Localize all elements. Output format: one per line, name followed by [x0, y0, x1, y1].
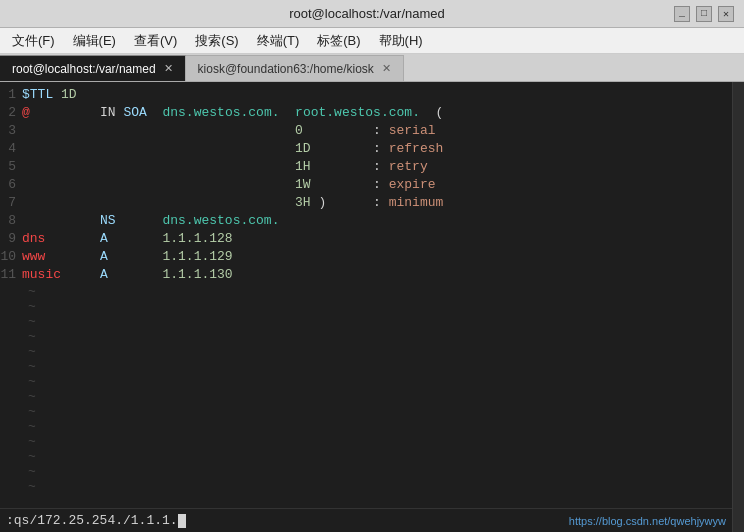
table-row: 3 0 : serial [0, 122, 732, 140]
menu-search[interactable]: 搜索(S) [187, 30, 246, 52]
tab-kiosk-label: kiosk@foundation63:/home/kiosk [198, 62, 374, 76]
tilde-line: ~ [0, 404, 732, 419]
scrollbar-vertical[interactable] [732, 82, 744, 532]
window-controls: _ □ ✕ [674, 6, 734, 22]
tab-bar: root@localhost:/var/named ✕ kiosk@founda… [0, 54, 744, 82]
menu-edit[interactable]: 编辑(E) [65, 30, 124, 52]
editor-content: 1 $TTL 1D 2 @ IN SOA dns.westos.com. roo… [0, 82, 732, 508]
tilde-line: ~ [0, 314, 732, 329]
table-row: 11 music A 1.1.1.130 [0, 266, 732, 284]
window-title: root@localhost:/var/named [60, 6, 674, 21]
tab-kiosk[interactable]: kiosk@foundation63:/home/kiosk ✕ [186, 55, 404, 81]
menu-terminal[interactable]: 终端(T) [249, 30, 308, 52]
tilde-line: ~ [0, 419, 732, 434]
maximize-button[interactable]: □ [696, 6, 712, 22]
vim-command: :qs/172.25.254./1.1.1. [6, 513, 186, 528]
status-bar: :qs/172.25.254./1.1.1. https://blog.csdn… [0, 508, 732, 532]
menu-bar: 文件(F) 编辑(E) 查看(V) 搜索(S) 终端(T) 标签(B) 帮助(H… [0, 28, 744, 54]
title-bar: root@localhost:/var/named _ □ ✕ [0, 0, 744, 28]
table-row: 1 $TTL 1D [0, 86, 732, 104]
tilde-line: ~ [0, 344, 732, 359]
table-row: 10 www A 1.1.1.129 [0, 248, 732, 266]
menu-help[interactable]: 帮助(H) [371, 30, 431, 52]
main-layout: 1 $TTL 1D 2 @ IN SOA dns.westos.com. roo… [0, 82, 744, 532]
tab-named-label: root@localhost:/var/named [12, 62, 156, 76]
menu-view[interactable]: 查看(V) [126, 30, 185, 52]
close-button[interactable]: ✕ [718, 6, 734, 22]
tab-named-close[interactable]: ✕ [164, 62, 173, 75]
tilde-line: ~ [0, 464, 732, 479]
tilde-line: ~ [0, 299, 732, 314]
tilde-line: ~ [0, 374, 732, 389]
menu-file[interactable]: 文件(F) [4, 30, 63, 52]
tab-named[interactable]: root@localhost:/var/named ✕ [0, 55, 186, 81]
tilde-line: ~ [0, 359, 732, 374]
tilde-line: ~ [0, 329, 732, 344]
tab-kiosk-close[interactable]: ✕ [382, 62, 391, 75]
table-row: 2 @ IN SOA dns.westos.com. root.westos.c… [0, 104, 732, 122]
table-row: 7 3H ) : minimum [0, 194, 732, 212]
table-row: 5 1H : retry [0, 158, 732, 176]
table-row: 9 dns A 1.1.1.128 [0, 230, 732, 248]
menu-tags[interactable]: 标签(B) [309, 30, 368, 52]
table-row: 4 1D : refresh [0, 140, 732, 158]
tilde-line: ~ [0, 389, 732, 404]
tilde-line: ~ [0, 434, 732, 449]
table-row: 8 NS dns.westos.com. [0, 212, 732, 230]
tilde-line: ~ [0, 449, 732, 464]
editor[interactable]: 1 $TTL 1D 2 @ IN SOA dns.westos.com. roo… [0, 82, 732, 532]
minimize-button[interactable]: _ [674, 6, 690, 22]
cursor [178, 514, 186, 528]
tilde-line: ~ [0, 479, 732, 494]
tilde-line: ~ [0, 284, 732, 299]
table-row: 6 1W : expire [0, 176, 732, 194]
csdn-link[interactable]: https://blog.csdn.net/qwehjywyw [569, 515, 726, 527]
